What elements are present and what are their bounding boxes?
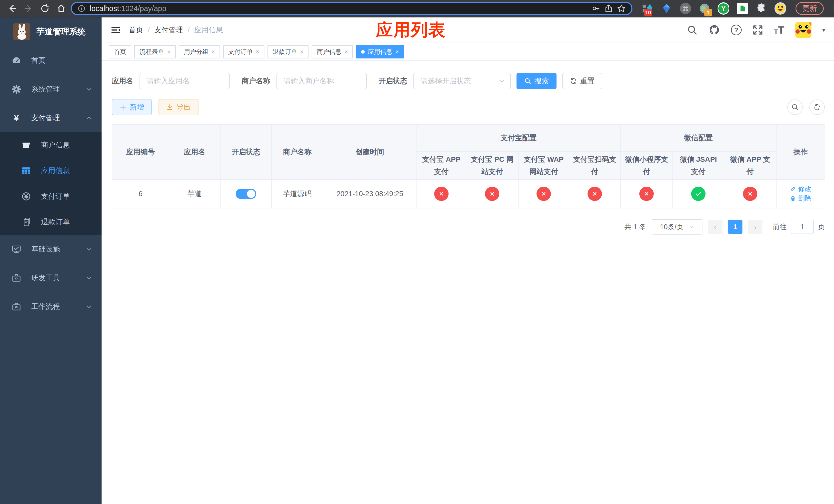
font-size-icon[interactable]: TT [774, 25, 784, 35]
reload-icon[interactable] [38, 2, 52, 15]
sidebar-item-dev-tools[interactable]: 研发工具 [0, 264, 102, 292]
back-icon[interactable] [5, 2, 19, 15]
goto-page: 前往 页 [773, 220, 825, 234]
close-icon[interactable]: × [212, 49, 215, 54]
close-icon[interactable]: × [300, 49, 304, 54]
sidebar-item-system[interactable]: 系统管理 [0, 75, 102, 104]
close-icon[interactable]: × [256, 49, 259, 54]
delete-link[interactable]: 删除 [790, 194, 811, 203]
extension-green-doc-icon[interactable] [737, 3, 748, 14]
app-name-label: 应用名 [112, 76, 133, 86]
filter-form: 应用名 商户名称 开启状态 搜索 重置 [112, 73, 825, 89]
help-icon[interactable]: ? [731, 25, 742, 36]
tab-process-form[interactable]: 流程表单× [134, 45, 176, 59]
extensions-puzzle-icon[interactable] [755, 3, 767, 14]
search-icon [524, 77, 531, 85]
prev-page-button[interactable]: ‹ [708, 220, 722, 234]
group-header-wechat: 微信配置 [620, 124, 776, 152]
sidebar-item-payment[interactable]: ¥ 支付管理 [0, 104, 102, 132]
col-header-actions: 操作 [776, 124, 825, 180]
github-icon[interactable] [708, 24, 720, 36]
profile-emoji-icon[interactable] [774, 3, 786, 14]
col-header-status: 开启状态 [220, 124, 271, 180]
sidebar-item-workflow[interactable]: 工作流程 [0, 292, 102, 321]
share-icon[interactable] [604, 4, 613, 13]
chrome-update-button[interactable]: 更新 [795, 2, 824, 15]
status-label: 开启状态 [378, 76, 407, 86]
password-key-icon[interactable] [591, 4, 600, 13]
extension-y-icon[interactable]: Y [718, 3, 729, 14]
sidebar-item-infrastructure[interactable]: 基础设施 [0, 235, 102, 264]
sidebar-item-pay-orders[interactable]: 支付订单 [0, 184, 102, 209]
col-header-alipay-scan: 支付宝扫码支付 [569, 152, 620, 180]
page-content: 应用名 商户名称 开启状态 搜索 重置 [102, 61, 834, 504]
reset-button[interactable]: 重置 [562, 73, 602, 89]
forward-icon[interactable] [22, 2, 36, 15]
status-select[interactable] [413, 73, 511, 89]
breadcrumb-home[interactable]: 首页 [129, 25, 143, 35]
toolbar-right [787, 99, 825, 115]
tab-user-group[interactable]: 用户分组× [179, 45, 220, 59]
breadcrumb-current: 应用信息 [194, 25, 223, 35]
caret-down-icon[interactable]: ▾ [822, 26, 825, 33]
site-info-icon[interactable] [78, 4, 86, 13]
extension-command-icon[interactable]: ⌘ [680, 3, 692, 14]
extension-blue-diamond-icon[interactable]: 10 [642, 3, 654, 14]
fullscreen-icon[interactable] [752, 25, 763, 36]
close-icon[interactable]: × [395, 49, 399, 54]
sidebar-item-refund-orders[interactable]: 退款订单 [0, 209, 102, 235]
goto-unit: 页 [818, 222, 825, 231]
user-avatar[interactable] [795, 22, 811, 38]
merchant-name-label: 商户名称 [242, 76, 270, 86]
sidebar-item-home[interactable]: 首页 [0, 46, 102, 75]
tab-app-info[interactable]: 应用信息× [356, 45, 404, 59]
sidebar-item-merchant-info[interactable]: 商户信息 [0, 132, 102, 158]
browser-menu-icon[interactable]: ⋮ [830, 4, 834, 13]
toggle-search-button[interactable] [787, 99, 803, 115]
home-icon[interactable] [54, 2, 68, 15]
monitor-check-icon [11, 244, 22, 254]
next-page-button[interactable]: › [748, 220, 763, 234]
refresh-icon [813, 103, 821, 111]
dashboard-icon [11, 55, 22, 66]
logo-row[interactable]: 芋道管理系统 [0, 18, 102, 46]
export-button[interactable]: 导出 [158, 99, 198, 115]
sidebar-item-app-info[interactable]: 应用信息 [0, 158, 102, 184]
app-title: 芋道管理系统 [37, 26, 86, 38]
extension-balloon-icon[interactable] [661, 3, 673, 14]
add-button[interactable]: 新增 [112, 99, 152, 115]
close-icon[interactable]: × [167, 49, 171, 54]
close-icon[interactable]: × [345, 49, 348, 54]
app-name-input[interactable] [139, 73, 230, 89]
tab-pay-orders[interactable]: 支付订单× [223, 45, 264, 59]
collapse-sidebar-icon[interactable] [110, 25, 121, 36]
search-button[interactable]: 搜索 [517, 73, 556, 89]
gear-icon [11, 84, 22, 94]
payment-submenu: 商户信息 应用信息 支付订单 退款订单 [0, 132, 102, 235]
edit-link[interactable]: 修改 [790, 185, 811, 193]
status-toggle[interactable] [236, 189, 256, 199]
bookmark-star-icon[interactable] [617, 4, 626, 13]
refresh-icon [570, 77, 577, 85]
header-search-icon[interactable] [687, 25, 698, 36]
tab-home[interactable]: 首页 [109, 45, 131, 59]
browser-toolbar: localhost:1024/pay/app 10 ⌘ 1 Y [0, 0, 834, 18]
tab-refund-orders[interactable]: 退款订单× [267, 45, 309, 59]
table-grid-icon [21, 166, 32, 176]
refresh-table-button[interactable] [809, 99, 825, 115]
page-number-1[interactable]: 1 [728, 220, 743, 234]
briefcase-icon [11, 302, 22, 312]
page-size-select[interactable]: 10条/页 [652, 219, 702, 234]
status-x-icon [588, 187, 602, 201]
address-bar[interactable]: localhost:1024/pay/app [71, 2, 632, 15]
url-text: localhost:1024/pay/app [90, 4, 166, 13]
search-icon [791, 103, 799, 111]
extension-record-icon[interactable]: 1 [699, 3, 710, 14]
col-header-name: 应用名 [169, 124, 220, 180]
breadcrumb-payment[interactable]: 支付管理 [154, 25, 183, 35]
merchant-name-input[interactable] [277, 73, 367, 89]
tab-merchant-info[interactable]: 商户信息× [312, 45, 353, 59]
goto-label: 前往 [773, 222, 787, 231]
goto-page-input[interactable] [791, 220, 814, 234]
cell-name: 芋道 [169, 180, 220, 208]
